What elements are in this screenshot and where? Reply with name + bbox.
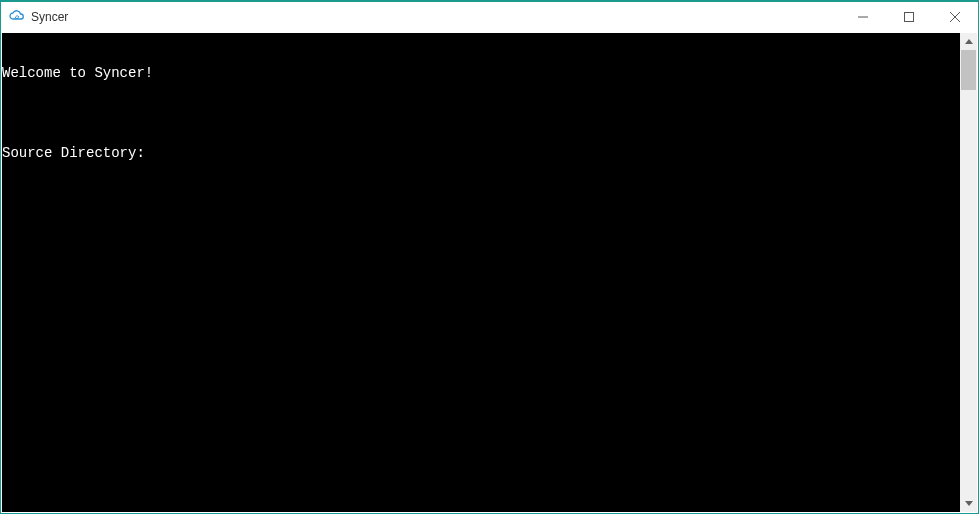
scroll-thumb[interactable] bbox=[961, 50, 976, 90]
app-icon bbox=[9, 9, 25, 25]
application-window: Syncer Welcome to Syncer! Source Directo… bbox=[0, 0, 979, 514]
console-line: Source Directory: bbox=[2, 145, 960, 161]
window-title: Syncer bbox=[31, 10, 68, 24]
scroll-down-arrow[interactable] bbox=[960, 495, 977, 512]
vertical-scrollbar[interactable] bbox=[960, 33, 977, 512]
client-area: Welcome to Syncer! Source Directory: bbox=[1, 32, 978, 513]
scroll-up-arrow[interactable] bbox=[960, 33, 977, 50]
console-line: Welcome to Syncer! bbox=[2, 65, 960, 81]
scroll-track[interactable] bbox=[960, 50, 977, 495]
titlebar[interactable]: Syncer bbox=[1, 2, 978, 32]
svg-rect-1 bbox=[905, 13, 914, 22]
close-button[interactable] bbox=[932, 2, 978, 32]
maximize-button[interactable] bbox=[886, 2, 932, 32]
minimize-button[interactable] bbox=[840, 2, 886, 32]
console-output[interactable]: Welcome to Syncer! Source Directory: bbox=[2, 33, 960, 512]
window-controls bbox=[840, 2, 978, 32]
